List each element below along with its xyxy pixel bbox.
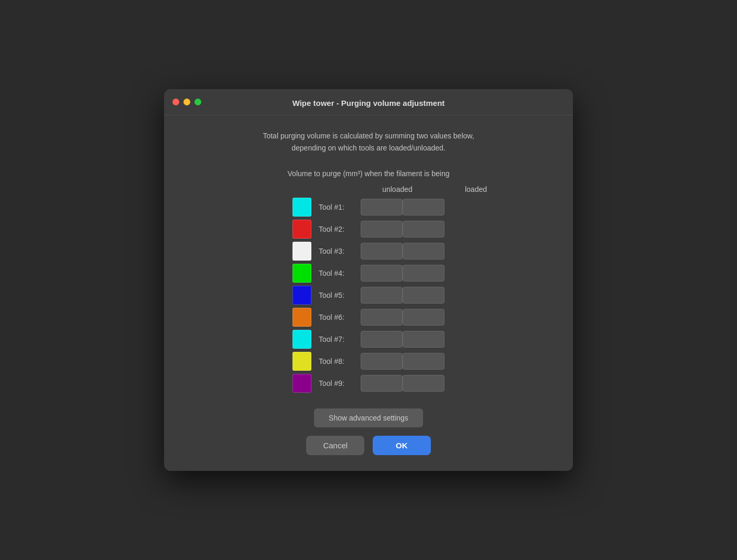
unloaded-spinbox-group-6: ▲ ▼ — [361, 309, 403, 326]
loaded-spinbox-group-8: ▲ ▼ — [403, 353, 445, 370]
tool-label-8: Tool #8: — [319, 357, 361, 365]
loaded-spinbox-group-5: ▲ ▼ — [403, 287, 445, 304]
tool-row-1: Tool #1: ▲ ▼ ▲ ▼ — [292, 198, 445, 217]
loaded-spinbox-group-9: ▲ ▼ — [403, 375, 445, 392]
tool-color-swatch-5 — [292, 286, 311, 305]
loaded-spinbox-2[interactable]: ▲ ▼ — [403, 221, 445, 238]
tool-label-5: Tool #5: — [319, 291, 361, 299]
tool-label-7: Tool #7: — [319, 335, 361, 343]
unloaded-spinbox-group-9: ▲ ▼ — [361, 375, 403, 392]
unloaded-column-label: unloaded — [358, 185, 437, 193]
unloaded-value-7[interactable] — [361, 335, 403, 343]
loaded-value-3[interactable] — [403, 247, 445, 255]
ok-button[interactable]: OK — [373, 436, 431, 455]
loaded-spinbox-5[interactable]: ▲ ▼ — [403, 287, 445, 304]
description-text: Total purging volume is calculated by su… — [263, 130, 474, 154]
loaded-spinbox-1[interactable]: ▲ ▼ — [403, 199, 445, 216]
tool-row-8: Tool #8: ▲ ▼ ▲ ▼ — [292, 352, 445, 371]
maximize-button[interactable] — [194, 99, 201, 105]
loaded-spinbox-9[interactable]: ▲ ▼ — [403, 375, 445, 392]
tool-color-swatch-7 — [292, 330, 311, 349]
tool-label-4: Tool #4: — [319, 269, 361, 277]
loaded-value-7[interactable] — [403, 335, 445, 343]
unloaded-spinbox-group-3: ▲ ▼ — [361, 243, 403, 260]
unloaded-value-8[interactable] — [361, 357, 403, 365]
tool-color-swatch-4 — [292, 264, 311, 283]
loaded-value-1[interactable] — [403, 203, 445, 211]
tool-row-3: Tool #3: ▲ ▼ ▲ ▼ — [292, 242, 445, 261]
unloaded-spinbox-5[interactable]: ▲ ▼ — [361, 287, 403, 304]
tool-rows-container: Tool #1: ▲ ▼ ▲ ▼ — [292, 198, 445, 396]
loaded-spinbox-6[interactable]: ▲ ▼ — [403, 309, 445, 326]
loaded-spinbox-4[interactable]: ▲ ▼ — [403, 265, 445, 282]
section-header: Volume to purge (mm³) when the filament … — [288, 169, 450, 178]
show-advanced-button[interactable]: Show advanced settings — [314, 408, 423, 427]
unloaded-spinbox-4[interactable]: ▲ ▼ — [361, 265, 403, 282]
tool-color-swatch-2 — [292, 220, 311, 239]
loaded-value-6[interactable] — [403, 313, 445, 321]
tool-row-2: Tool #2: ▲ ▼ ▲ ▼ — [292, 220, 445, 239]
unloaded-spinbox-7[interactable]: ▲ ▼ — [361, 331, 403, 348]
unloaded-spinbox-group-4: ▲ ▼ — [361, 265, 403, 282]
unloaded-spinbox-group-7: ▲ ▼ — [361, 331, 403, 348]
unloaded-spinbox-1[interactable]: ▲ ▼ — [361, 199, 403, 216]
content-area: Total purging volume is calculated by su… — [164, 115, 573, 471]
tool-label-2: Tool #2: — [319, 225, 361, 233]
buttons-row: Show advanced settings Cancel OK — [185, 408, 552, 455]
loaded-value-9[interactable] — [403, 379, 445, 387]
tool-row-5: Tool #5: ▲ ▼ ▲ ▼ — [292, 286, 445, 305]
unloaded-spinbox-group-5: ▲ ▼ — [361, 287, 403, 304]
unloaded-spinbox-3[interactable]: ▲ ▼ — [361, 243, 403, 260]
loaded-value-8[interactable] — [403, 357, 445, 365]
tool-label-1: Tool #1: — [319, 203, 361, 211]
tool-label-3: Tool #3: — [319, 247, 361, 255]
loaded-value-5[interactable] — [403, 291, 445, 299]
dialog-window: Wipe tower - Purging volume adjustment T… — [164, 89, 573, 471]
minimize-button[interactable] — [183, 99, 190, 105]
tool-color-swatch-8 — [292, 352, 311, 371]
unloaded-spinbox-group-2: ▲ ▼ — [361, 221, 403, 238]
unloaded-spinbox-9[interactable]: ▲ ▼ — [361, 375, 403, 392]
loaded-column-label: loaded — [437, 185, 515, 193]
loaded-spinbox-group-2: ▲ ▼ — [403, 221, 445, 238]
unloaded-value-2[interactable] — [361, 225, 403, 233]
unloaded-spinbox-group-8: ▲ ▼ — [361, 353, 403, 370]
cancel-button[interactable]: Cancel — [306, 436, 364, 455]
tool-row-9: Tool #9: ▲ ▼ ▲ ▼ — [292, 374, 445, 393]
unloaded-value-4[interactable] — [361, 269, 403, 277]
tool-color-swatch-3 — [292, 242, 311, 261]
unloaded-value-6[interactable] — [361, 313, 403, 321]
tool-color-swatch-9 — [292, 374, 311, 393]
loaded-spinbox-8[interactable]: ▲ ▼ — [403, 353, 445, 370]
unloaded-spinbox-group-1: ▲ ▼ — [361, 199, 403, 216]
window-title: Wipe tower - Purging volume adjustment — [292, 99, 445, 107]
tool-row-6: Tool #6: ▲ ▼ ▲ ▼ — [292, 308, 445, 327]
unloaded-spinbox-2[interactable]: ▲ ▼ — [361, 221, 403, 238]
close-button[interactable] — [172, 99, 179, 105]
tool-row-4: Tool #4: ▲ ▼ ▲ ▼ — [292, 264, 445, 283]
tool-label-6: Tool #6: — [319, 313, 361, 321]
columns-header: unloaded loaded — [222, 185, 515, 193]
loaded-value-2[interactable] — [403, 225, 445, 233]
title-bar: Wipe tower - Purging volume adjustment — [164, 89, 573, 115]
tool-color-swatch-1 — [292, 198, 311, 217]
unloaded-value-3[interactable] — [361, 247, 403, 255]
tool-label-9: Tool #9: — [319, 379, 361, 387]
action-buttons: Cancel OK — [306, 436, 430, 455]
loaded-spinbox-3[interactable]: ▲ ▼ — [403, 243, 445, 260]
unloaded-value-1[interactable] — [361, 203, 403, 211]
tool-row-7: Tool #7: ▲ ▼ ▲ ▼ — [292, 330, 445, 349]
loaded-spinbox-group-4: ▲ ▼ — [403, 265, 445, 282]
unloaded-value-5[interactable] — [361, 291, 403, 299]
unloaded-value-9[interactable] — [361, 379, 403, 387]
loaded-spinbox-group-6: ▲ ▼ — [403, 309, 445, 326]
unloaded-spinbox-6[interactable]: ▲ ▼ — [361, 309, 403, 326]
traffic-lights — [172, 99, 201, 105]
tool-color-swatch-6 — [292, 308, 311, 327]
loaded-spinbox-group-1: ▲ ▼ — [403, 199, 445, 216]
loaded-value-4[interactable] — [403, 269, 445, 277]
loaded-spinbox-group-3: ▲ ▼ — [403, 243, 445, 260]
unloaded-spinbox-8[interactable]: ▲ ▼ — [361, 353, 403, 370]
loaded-spinbox-group-7: ▲ ▼ — [403, 331, 445, 348]
loaded-spinbox-7[interactable]: ▲ ▼ — [403, 331, 445, 348]
